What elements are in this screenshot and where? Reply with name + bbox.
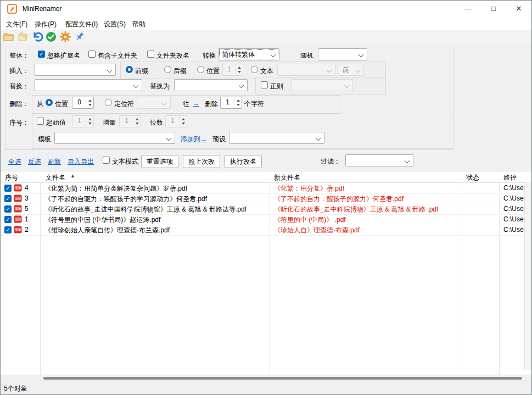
table-row[interactable]: ✓ PDF 3 《了不起的自驱力：唤醒孩子的学习源动力》何圣君.pdf 《了不起… [1,193,531,204]
insert-prefix-label[interactable]: 前缀 [135,66,148,76]
insert-position-radio[interactable] [197,66,204,73]
undo-icon[interactable] [31,31,43,43]
add-to-link[interactable]: 添加到→ [181,135,207,144]
horizontal-scrollbar-thumb[interactable] [43,377,522,380]
file-name: 《听化石的故事_走进中国科学院博物馆》王原 & 葛旭 & 邢路达等.pdf [44,205,267,214]
serial-digits-spinner[interactable]: 1 [165,115,187,127]
menu-settings[interactable]: 设置(S) [100,19,129,30]
menu-profiles[interactable]: 配置文件(I) [62,19,101,30]
table-row[interactable]: ✓ PDF 5 《听化石的故事_走进中国科学院博物馆》王原 & 葛旭 & 邢路达… [1,204,531,215]
convert-select[interactable]: 简体转繁体 [218,48,279,60]
table-row[interactable]: ✓ PDF 1 《符号里的中国 (中华书局)》赵运涛.pdf 《符里的中 (中局… [1,214,531,225]
include-subfolders-label[interactable]: 包含子文件夹 [98,51,137,60]
serial-increment-spinner[interactable]: 1 [119,115,141,127]
apply-check-icon[interactable] [45,31,57,43]
table-row[interactable]: ✓ PDF 2 《维珍创始人亲笔自传》理查德·布兰森.pdf 《珍始人自》理查德… [1,225,531,236]
serial-start-checkbox[interactable] [37,118,44,125]
insert-text-radio[interactable] [251,66,258,73]
svg-text:PDF: PDF [15,197,20,200]
delete-position-label[interactable]: 位置 [55,99,68,109]
row-checkbox[interactable]: ✓ [4,226,12,233]
svg-text:PDF: PDF [15,208,20,210]
refresh-link[interactable]: 刷新 [48,157,61,166]
regex-preset-combobox[interactable] [292,79,353,91]
row-checkbox[interactable]: ✓ [4,195,12,202]
filter-combobox[interactable] [345,154,413,166]
delete-position-spinner[interactable]: 0 [72,97,94,109]
row-number: 5 [25,205,29,213]
row-checkbox[interactable]: ✓ [4,185,12,192]
maximize-button[interactable]: □ [481,1,506,17]
column-header-num[interactable]: 序号 [5,173,18,182]
column-header-name[interactable]: 文件名 [46,173,65,182]
include-subfolders-checkbox[interactable] [88,51,96,58]
delete-position-radio[interactable] [46,99,53,106]
serial-label: 序号： [9,118,29,127]
sort-ascending-icon: ▲ [70,173,75,179]
repeat-last-rename-button[interactable]: 照上次改 [183,155,220,168]
ignore-extension-checkbox[interactable]: ✓ [38,51,45,58]
ignore-extension-label[interactable]: 忽略扩展名 [47,51,80,60]
regex-label[interactable]: 正则 [270,82,283,91]
regex-checkbox[interactable] [261,81,268,88]
pin-icon[interactable] [74,31,86,43]
delete-anchor-label[interactable]: 定位符 [114,99,134,109]
serial-start-label[interactable]: 起始值 [46,118,66,127]
window-title: MiniRenamer [23,5,61,13]
column-header-newname[interactable]: 新文件名 [274,173,300,182]
delete-count-spinner[interactable]: 1 [220,97,242,109]
new-file-name: 《符里的中 (中局)》 .pdf [274,215,460,225]
row-number: 4 [25,184,29,192]
minimize-button[interactable]: — [456,1,481,17]
select-all-link[interactable]: 全选 [8,157,21,166]
delete-anchor-radio[interactable] [105,99,112,106]
file-path: C:\Users [503,205,525,213]
file-name: 《符号里的中国 (中华书局)》赵运涛.pdf [44,215,267,225]
column-header-status[interactable]: 状态 [466,173,479,182]
menu-actions[interactable]: 操作(P) [31,19,60,30]
rename-folders-label[interactable]: 文件夹改名 [156,51,189,60]
row-checkbox[interactable]: ✓ [4,205,12,213]
file-name: 《了不起的自驱力：唤醒孩子的学习源动力》何圣君.pdf [44,194,267,204]
insert-suffix-label[interactable]: 后缀 [173,66,187,76]
row-checkbox[interactable]: ✓ [4,216,12,223]
close-button[interactable]: ✕ [506,1,531,17]
rename-folders-checkbox[interactable] [147,51,154,58]
svg-text:PDF: PDF [15,229,20,231]
insert-position-label[interactable]: 位置 [206,66,220,76]
serial-start-spinner[interactable]: 1 [72,115,94,127]
insert-before-after-select[interactable]: 前 [339,64,364,76]
vertical-scrollbar[interactable] [524,182,531,370]
menu-help[interactable]: 帮助 [129,19,149,30]
template-label: 模板 [38,135,51,144]
invert-selection-link[interactable]: 反选 [28,157,41,166]
settings-gear-icon[interactable] [59,31,71,43]
text-mode-label[interactable]: 文本模式 [112,157,138,166]
insert-position-spinner[interactable]: 1 [222,64,243,76]
svg-text:PDF: PDF [15,187,20,190]
template-combobox[interactable] [54,132,175,144]
menu-file[interactable]: 文件(F) [3,19,31,30]
replace-find-combobox[interactable] [35,79,142,91]
copy-folders-icon[interactable] [17,31,29,43]
reset-options-button[interactable]: 重置选项 [141,155,178,168]
insert-anchor-combobox[interactable] [277,64,335,76]
chevron-down-icon [327,68,332,73]
import-export-link[interactable]: 导入导出 [68,157,94,166]
insert-prefix-radio[interactable] [126,66,133,73]
table-row[interactable]: ✓ PDF 4 《化繁为简：用简单分类解决复杂问题》罗蓓.pdf 《化繁：用分复… [1,183,531,194]
replace-with-combobox[interactable] [174,79,248,91]
text-mode-checkbox[interactable] [103,157,110,164]
column-header-path[interactable]: 路径 [503,173,517,182]
delete-anchor-combobox[interactable] [137,97,171,109]
insert-text-label[interactable]: 文本 [260,66,273,76]
random-select[interactable] [318,48,367,60]
execute-rename-button[interactable]: 执行改名 [225,155,262,168]
insert-text-combobox[interactable] [35,64,116,76]
insert-suffix-radio[interactable] [164,66,171,73]
preset-combobox[interactable] [229,132,324,144]
delete-direction-arrow[interactable]: → [193,99,199,107]
pdf-file-icon: PDF [14,194,22,202]
replace-label: 替换： [9,82,29,91]
open-folder-icon[interactable] [3,31,15,43]
